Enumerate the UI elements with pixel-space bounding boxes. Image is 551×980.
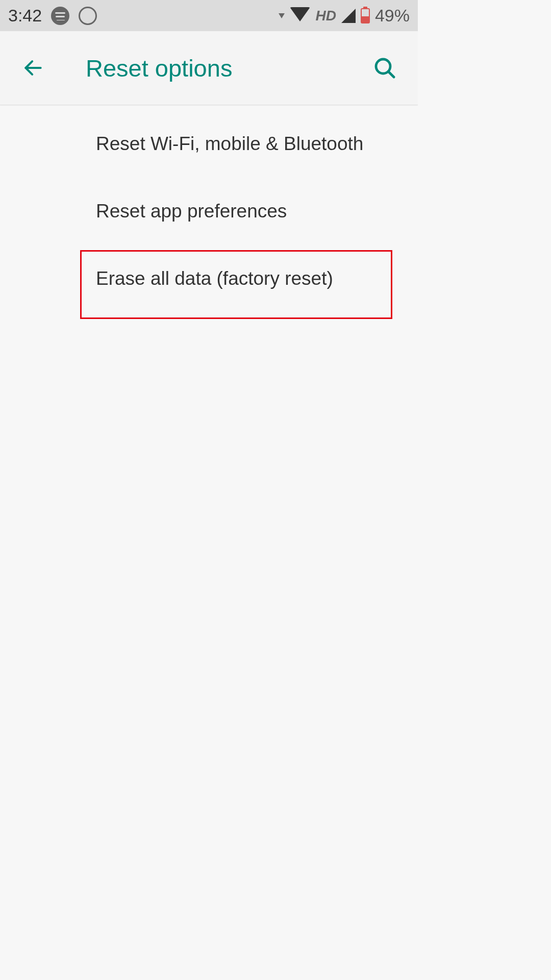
wifi-icon bbox=[290, 7, 310, 21]
spotify-icon bbox=[51, 7, 69, 25]
status-left: 3:42 bbox=[8, 6, 97, 26]
list-item-label: Reset Wi-Fi, mobile & Bluetooth bbox=[96, 133, 363, 154]
erase-all-data-item[interactable]: Erase all data (factory reset) bbox=[0, 245, 418, 312]
svg-line-2 bbox=[388, 71, 394, 77]
dropdown-indicator-icon bbox=[279, 13, 285, 18]
battery-icon bbox=[361, 8, 370, 23]
settings-list: Reset Wi-Fi, mobile & Bluetooth Reset ap… bbox=[0, 105, 418, 312]
reset-network-item[interactable]: Reset Wi-Fi, mobile & Bluetooth bbox=[0, 110, 418, 178]
status-bar: 3:42 HD 49% bbox=[0, 0, 418, 31]
reset-app-prefs-item[interactable]: Reset app preferences bbox=[0, 178, 418, 245]
list-item-label: Reset app preferences bbox=[96, 201, 287, 222]
page-title: Reset options bbox=[86, 54, 372, 82]
circle-icon bbox=[79, 7, 97, 25]
battery-percentage: 49% bbox=[375, 6, 410, 26]
signal-icon bbox=[341, 9, 356, 23]
status-time: 3:42 bbox=[8, 6, 42, 26]
arrow-back-icon bbox=[22, 57, 44, 79]
list-item-label: Erase all data (factory reset) bbox=[96, 268, 333, 289]
back-button[interactable] bbox=[20, 57, 46, 79]
status-right: HD 49% bbox=[279, 6, 410, 26]
search-icon bbox=[372, 56, 397, 80]
hd-indicator: HD bbox=[315, 8, 336, 24]
search-button[interactable] bbox=[372, 56, 397, 80]
app-bar: Reset options bbox=[0, 31, 418, 105]
